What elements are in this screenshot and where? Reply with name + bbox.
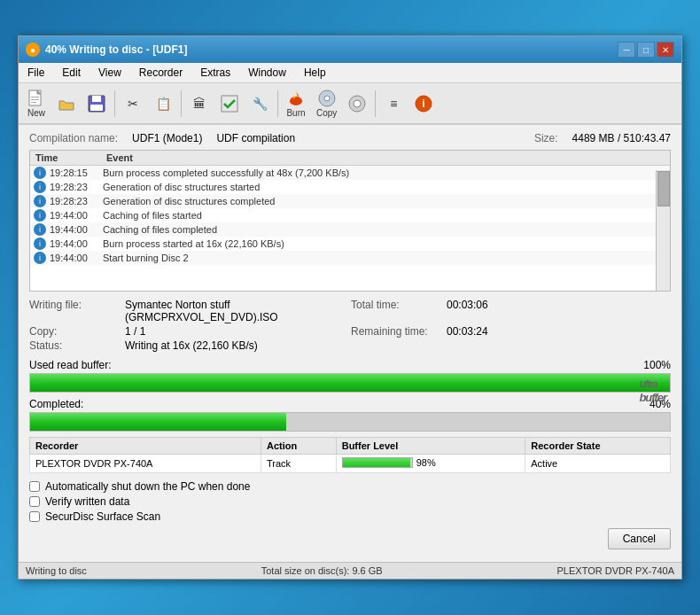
read-buffer-section: Used read buffer: 100% ultrabuffer [29,359,671,393]
log-time: 19:28:23 [50,196,103,206]
toolbar: New ✂ 📋 🏛 [19,83,681,125]
minimize-button[interactable]: ─ [618,42,635,58]
info-icon: i [414,94,433,113]
toolbar-open-button[interactable] [52,91,81,116]
burn-icon [286,89,306,108]
log-entry: i 19:44:00 Burn process started at 16x (… [30,237,670,251]
svg-rect-7 [90,105,103,111]
library-icon: 🏛 [190,94,209,113]
completed-label: Completed: [29,398,83,410]
log-col-time: Time [35,152,106,163]
svg-point-11 [324,96,330,101]
menu-bar: File Edit View Recorder Extras Window He… [19,63,681,83]
toolbar-cut-button[interactable]: ✂ [119,91,147,116]
toolbar-separator-2 [181,90,182,117]
scroll-thumb[interactable] [657,171,670,206]
recorder-table: Recorder Action Buffer Level Recorder St… [29,437,671,473]
total-time-label: Total time: [351,299,439,323]
toolbar-copy2-button[interactable]: Copy [312,86,341,121]
log-text: Burn process started at 16x (22,160 KB/s… [103,238,666,249]
log-time: 19:44:00 [50,253,103,263]
toolbar-wrench-button[interactable]: 🔧 [245,91,274,116]
main-window: ● 40% Writing to disc - [UDF1] ─ □ ✕ Fil… [18,35,682,580]
toolbar-save-button[interactable] [82,91,111,116]
log-info-icon: i [34,237,46,250]
title-controls: ─ □ ✕ [618,42,674,58]
remaining-value: 00:03:24 [447,325,488,338]
copy-label: Copy [316,108,337,118]
menu-window[interactable]: Window [243,65,292,81]
toolbar-new-button[interactable]: New [22,86,51,121]
comp-name-value: UDF1 (Mode1) [132,132,202,144]
securdisc-checkbox[interactable] [29,511,40,522]
shutdown-label: Automatically shut down the PC when done [45,480,250,493]
menu-view[interactable]: View [93,65,127,81]
menu-file[interactable]: File [22,65,50,81]
disc-icon [347,94,367,113]
content-area: Compilation name: UDF1 (Mode1) UDF compi… [19,125,681,562]
mini-bar-container [342,457,413,468]
log-time: 19:28:15 [50,167,103,178]
col-buffer: Buffer Level [336,438,525,455]
col-recorder: Recorder [30,438,261,455]
new-label: New [27,108,45,118]
title-bar: ● 40% Writing to disc - [UDF1] ─ □ ✕ [19,36,681,63]
checkbox-shutdown: Automatically shut down the PC when done [29,480,671,493]
status-device: PLEXTOR DVDR PX-740A [557,565,674,576]
close-button[interactable]: ✕ [657,42,674,58]
toolbar-copy-button[interactable]: 📋 [149,91,177,116]
cancel-button[interactable]: Cancel [608,528,671,549]
menu-recorder[interactable]: Recorder [134,65,188,81]
log-time: 19:28:23 [50,182,103,192]
svg-rect-2 [31,97,39,97]
toolbar-library-button[interactable]: 🏛 [185,91,214,116]
toolbar-menu-button[interactable]: ≡ [379,91,408,116]
menu-extras[interactable]: Extras [195,65,236,81]
remaining-label: Remaining time: [351,325,439,338]
log-entry: i 19:28:15 Burn process completed succes… [30,166,670,180]
log-col-event: Event [106,152,665,163]
menu-help[interactable]: Help [299,65,331,81]
completed-section: Completed: 40% [29,398,671,432]
log-header: Time Event [30,151,670,166]
total-time-row: Total time: 00:03:06 [351,299,671,323]
read-buffer-label-row: Used read buffer: 100% [29,359,671,371]
toolbar-burn-button[interactable]: Burn [282,86,310,121]
securdisc-label: SecurDisc Surface Scan [45,510,160,523]
maximize-button[interactable]: □ [637,42,655,58]
log-text: Burn process completed successfully at 4… [103,167,666,178]
log-info-icon: i [34,167,46,179]
log-scrollbar[interactable] [656,170,670,291]
shutdown-checkbox[interactable] [29,481,40,492]
cut-icon: ✂ [123,94,143,113]
log-info-icon: i [34,181,46,193]
log-area: Time Event i 19:28:15 Burn process compl… [29,150,671,292]
toolbar-info-button[interactable]: i [409,91,438,116]
menu-edit[interactable]: Edit [57,65,86,81]
toolbar-separator-3 [277,90,278,117]
recorder-action: Track [261,455,336,473]
toolbar-check-button[interactable] [215,91,244,116]
log-time: 19:44:00 [50,210,103,221]
comp-size-value: 4489 MB / 510:43.47 [572,132,671,144]
log-text: Start burning Disc 2 [103,253,666,263]
checkbox-verify: Verify written data [29,495,671,508]
wrench-icon: 🔧 [250,94,269,113]
buffer-pct: 98% [416,457,436,468]
status-value: Writing at 16x (22,160 KB/s) [125,339,258,352]
log-info-icon: i [34,252,46,264]
status-total-size: Total size on disc(s): 9.6 GB [261,565,383,576]
log-info-icon: i [34,209,46,222]
comp-name-label: Compilation name: [29,132,118,144]
read-buffer-pct: 100% [643,359,671,371]
comp-type-value: UDF compilation [216,132,295,144]
svg-rect-3 [31,99,39,100]
verify-checkbox[interactable] [29,496,40,507]
file-value: Symantec Norton stuff (GRMCPRXVOL_EN_DVD… [125,299,349,323]
recorder-state: Active [525,455,671,473]
app-icon: ● [26,43,40,57]
comp-size-label: Size: [534,132,558,144]
log-entries[interactable]: i 19:28:15 Burn process completed succes… [30,166,670,286]
compilation-info: Compilation name: UDF1 (Mode1) UDF compi… [29,132,671,144]
toolbar-disc-button[interactable] [343,91,371,116]
